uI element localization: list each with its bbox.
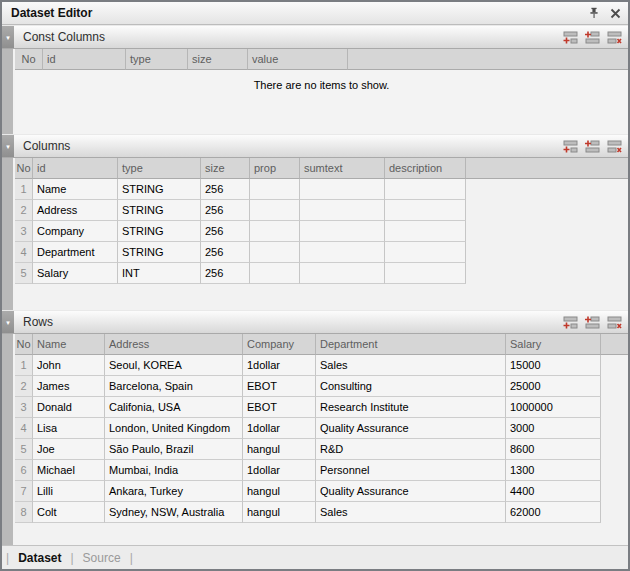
cell-salary[interactable]: 3000 — [506, 418, 601, 439]
row-number-cell[interactable]: 7 — [15, 481, 33, 502]
row-number-cell[interactable]: 4 — [15, 418, 33, 439]
cell-size[interactable]: 256 — [201, 221, 250, 242]
section-rows: ▾ Rows NoNameAddressCompanyDepartmentSal… — [2, 310, 628, 545]
cell-address[interactable]: São Paulo, Brazil — [105, 439, 243, 460]
cell-company[interactable]: hangul — [243, 481, 316, 502]
collapse-rows-button[interactable]: ▾ — [2, 311, 14, 333]
row-number-cell[interactable]: 3 — [15, 221, 33, 242]
cell-address[interactable]: Ankara, Turkey — [105, 481, 243, 502]
cell-prop[interactable] — [250, 179, 300, 200]
cell-department[interactable]: Sales — [316, 355, 506, 376]
cell-id[interactable]: Department — [33, 242, 118, 263]
cell-size[interactable]: 256 — [201, 200, 250, 221]
cell-company[interactable]: hangul — [243, 439, 316, 460]
cell-description[interactable] — [385, 242, 466, 263]
cell-name[interactable]: James — [33, 376, 105, 397]
insert-row-button[interactable] — [584, 315, 601, 330]
cell-id[interactable]: Address — [33, 200, 118, 221]
cell-address[interactable]: Mumbai, India — [105, 460, 243, 481]
close-button[interactable] — [609, 7, 622, 20]
cell-description[interactable] — [385, 179, 466, 200]
cell-name[interactable]: Colt — [33, 502, 105, 523]
cell-description[interactable] — [385, 263, 466, 284]
add-row-button[interactable] — [562, 315, 579, 330]
cell-name[interactable]: Lilli — [33, 481, 105, 502]
cell-company[interactable]: 1dollar — [243, 460, 316, 481]
cell-description[interactable] — [385, 200, 466, 221]
cell-prop[interactable] — [250, 200, 300, 221]
cell-type[interactable]: STRING — [118, 179, 201, 200]
cell-address[interactable]: London, United Kingdom — [105, 418, 243, 439]
cell-sumtext[interactable] — [300, 179, 385, 200]
cell-type[interactable]: INT — [118, 263, 201, 284]
cell-department[interactable]: Quality Assurance — [316, 418, 506, 439]
cell-name[interactable]: Donald — [33, 397, 105, 418]
cell-salary[interactable]: 15000 — [506, 355, 601, 376]
row-number-cell[interactable]: 1 — [15, 355, 33, 376]
row-number-cell[interactable]: 4 — [15, 242, 33, 263]
row-number-cell[interactable]: 5 — [15, 263, 33, 284]
cell-name[interactable]: Joe — [33, 439, 105, 460]
cell-size[interactable]: 256 — [201, 242, 250, 263]
row-number-cell[interactable]: 2 — [15, 376, 33, 397]
row-number-cell[interactable]: 1 — [15, 179, 33, 200]
cell-department[interactable]: Consulting — [316, 376, 506, 397]
collapse-const-columns-button[interactable]: ▾ — [2, 26, 14, 48]
cell-id[interactable]: Name — [33, 179, 118, 200]
row-number-cell[interactable]: 5 — [15, 439, 33, 460]
cell-name[interactable]: John — [33, 355, 105, 376]
tab-dataset[interactable]: Dataset — [18, 551, 61, 565]
row-number-cell[interactable]: 3 — [15, 397, 33, 418]
cell-salary[interactable]: 25000 — [506, 376, 601, 397]
cell-type[interactable]: STRING — [118, 221, 201, 242]
row-number-cell[interactable]: 8 — [15, 502, 33, 523]
cell-prop[interactable] — [250, 263, 300, 284]
delete-row-button[interactable] — [606, 139, 623, 154]
cell-sumtext[interactable] — [300, 200, 385, 221]
cell-department[interactable]: Sales — [316, 502, 506, 523]
cell-salary[interactable]: 1000000 — [506, 397, 601, 418]
cell-id[interactable]: Salary — [33, 263, 118, 284]
tab-source[interactable]: Source — [83, 551, 121, 565]
cell-address[interactable]: Califonia, USA — [105, 397, 243, 418]
cell-salary[interactable]: 62000 — [506, 502, 601, 523]
cell-sumtext[interactable] — [300, 221, 385, 242]
delete-row-button[interactable] — [606, 30, 623, 45]
cell-name[interactable]: Lisa — [33, 418, 105, 439]
delete-row-button[interactable] — [606, 315, 623, 330]
cell-prop[interactable] — [250, 242, 300, 263]
cell-company[interactable]: EBOT — [243, 376, 316, 397]
cell-sumtext[interactable] — [300, 242, 385, 263]
cell-prop[interactable] — [250, 221, 300, 242]
cell-address[interactable]: Seoul, KOREA — [105, 355, 243, 376]
cell-department[interactable]: Personnel — [316, 460, 506, 481]
cell-type[interactable]: STRING — [118, 200, 201, 221]
cell-name[interactable]: Michael — [33, 460, 105, 481]
insert-row-button[interactable] — [584, 30, 601, 45]
cell-company[interactable]: 1dollar — [243, 355, 316, 376]
add-row-button[interactable] — [562, 139, 579, 154]
cell-address[interactable]: Barcelona, Spain — [105, 376, 243, 397]
cell-company[interactable]: 1dollar — [243, 418, 316, 439]
cell-company[interactable]: EBOT — [243, 397, 316, 418]
cell-company[interactable]: hangul — [243, 502, 316, 523]
cell-description[interactable] — [385, 221, 466, 242]
cell-salary[interactable]: 4400 — [506, 481, 601, 502]
cell-salary[interactable]: 1300 — [506, 460, 601, 481]
cell-salary[interactable]: 8600 — [506, 439, 601, 460]
cell-department[interactable]: R&D — [316, 439, 506, 460]
cell-type[interactable]: STRING — [118, 242, 201, 263]
add-row-button[interactable] — [562, 30, 579, 45]
cell-size[interactable]: 256 — [201, 263, 250, 284]
row-number-cell[interactable]: 6 — [15, 460, 33, 481]
cell-address[interactable]: Sydney, NSW, Australia — [105, 502, 243, 523]
row-number-cell[interactable]: 2 — [15, 200, 33, 221]
cell-department[interactable]: Research Institute — [316, 397, 506, 418]
pin-button[interactable] — [587, 6, 601, 20]
cell-department[interactable]: Quality Assurance — [316, 481, 506, 502]
collapse-columns-button[interactable]: ▾ — [2, 135, 14, 157]
insert-row-button[interactable] — [584, 139, 601, 154]
cell-size[interactable]: 256 — [201, 179, 250, 200]
cell-id[interactable]: Company — [33, 221, 118, 242]
cell-sumtext[interactable] — [300, 263, 385, 284]
